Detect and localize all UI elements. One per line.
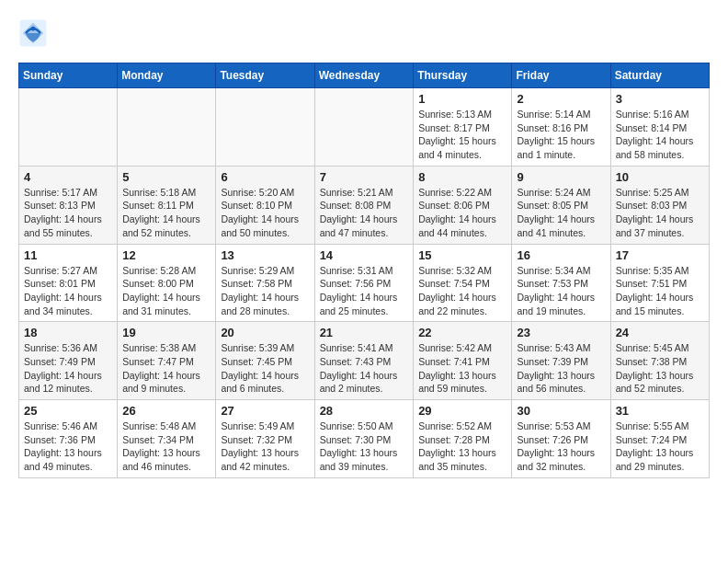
day-info: Sunrise: 5:21 AM Sunset: 8:08 PM Dayligh… — [320, 186, 409, 240]
day-number: 16 — [517, 248, 605, 262]
calendar-cell — [216, 88, 314, 167]
calendar-cell: 27Sunrise: 5:49 AM Sunset: 7:32 PM Dayli… — [216, 400, 314, 478]
calendar-cell: 8Sunrise: 5:22 AM Sunset: 8:06 PM Daylig… — [414, 166, 512, 244]
day-info: Sunrise: 5:46 AM Sunset: 7:36 PM Dayligh… — [24, 419, 112, 474]
calendar-cell: 10Sunrise: 5:25 AM Sunset: 8:03 PM Dayli… — [610, 166, 709, 244]
calendar-cell: 3Sunrise: 5:16 AM Sunset: 8:14 PM Daylig… — [610, 88, 709, 167]
day-info: Sunrise: 5:34 AM Sunset: 7:53 PM Dayligh… — [517, 264, 605, 318]
calendar-cell: 16Sunrise: 5:34 AM Sunset: 7:53 PM Dayli… — [512, 244, 610, 322]
day-header-sunday: Sunday — [19, 63, 118, 88]
day-info: Sunrise: 5:48 AM Sunset: 7:34 PM Dayligh… — [122, 419, 210, 474]
day-info: Sunrise: 5:20 AM Sunset: 8:10 PM Dayligh… — [221, 186, 309, 240]
day-number: 30 — [517, 404, 605, 418]
calendar-cell: 15Sunrise: 5:32 AM Sunset: 7:54 PM Dayli… — [414, 244, 512, 322]
calendar-week-1: 1Sunrise: 5:13 AM Sunset: 8:17 PM Daylig… — [19, 88, 710, 167]
calendar-week-4: 18Sunrise: 5:36 AM Sunset: 7:49 PM Dayli… — [19, 322, 710, 400]
calendar-cell: 4Sunrise: 5:17 AM Sunset: 8:13 PM Daylig… — [19, 166, 118, 244]
calendar-cell: 20Sunrise: 5:39 AM Sunset: 7:45 PM Dayli… — [216, 322, 314, 400]
calendar-cell: 29Sunrise: 5:52 AM Sunset: 7:28 PM Dayli… — [414, 400, 512, 478]
day-info: Sunrise: 5:28 AM Sunset: 8:00 PM Dayligh… — [122, 264, 210, 318]
day-number: 25 — [24, 404, 112, 418]
calendar-header: SundayMondayTuesdayWednesdayThursdayFrid… — [19, 63, 710, 88]
calendar-cell — [314, 88, 414, 167]
calendar-cell: 28Sunrise: 5:50 AM Sunset: 7:30 PM Dayli… — [314, 400, 414, 478]
day-header-friday: Friday — [512, 63, 610, 88]
day-number: 27 — [221, 404, 309, 418]
day-header-tuesday: Tuesday — [216, 63, 314, 88]
day-number: 9 — [517, 170, 605, 184]
day-info: Sunrise: 5:49 AM Sunset: 7:32 PM Dayligh… — [221, 419, 309, 474]
day-info: Sunrise: 5:14 AM Sunset: 8:16 PM Dayligh… — [517, 108, 605, 162]
calendar-cell: 24Sunrise: 5:45 AM Sunset: 7:38 PM Dayli… — [610, 322, 709, 400]
day-info: Sunrise: 5:27 AM Sunset: 8:01 PM Dayligh… — [24, 264, 112, 318]
calendar-cell: 12Sunrise: 5:28 AM Sunset: 8:00 PM Dayli… — [118, 244, 216, 322]
day-number: 10 — [616, 170, 704, 184]
day-info: Sunrise: 5:41 AM Sunset: 7:43 PM Dayligh… — [320, 341, 409, 396]
day-number: 7 — [320, 170, 409, 184]
day-info: Sunrise: 5:43 AM Sunset: 7:39 PM Dayligh… — [517, 341, 605, 396]
day-number: 31 — [616, 404, 704, 418]
day-number: 17 — [616, 248, 704, 262]
calendar-cell: 13Sunrise: 5:29 AM Sunset: 7:58 PM Dayli… — [216, 244, 314, 322]
svg-point-2 — [31, 27, 36, 31]
day-info: Sunrise: 5:55 AM Sunset: 7:24 PM Dayligh… — [616, 419, 704, 474]
calendar-table: SundayMondayTuesdayWednesdayThursdayFrid… — [18, 63, 710, 478]
day-number: 2 — [517, 92, 605, 106]
day-info: Sunrise: 5:38 AM Sunset: 7:47 PM Dayligh… — [122, 341, 210, 396]
calendar-cell: 1Sunrise: 5:13 AM Sunset: 8:17 PM Daylig… — [414, 88, 512, 167]
day-header-thursday: Thursday — [414, 63, 512, 88]
header-row: SundayMondayTuesdayWednesdayThursdayFrid… — [19, 63, 710, 88]
calendar-cell: 31Sunrise: 5:55 AM Sunset: 7:24 PM Dayli… — [610, 400, 709, 478]
day-number: 23 — [517, 326, 605, 339]
day-number: 20 — [221, 326, 309, 339]
day-number: 28 — [320, 404, 409, 418]
day-info: Sunrise: 5:25 AM Sunset: 8:03 PM Dayligh… — [616, 186, 704, 240]
day-header-saturday: Saturday — [610, 63, 709, 88]
calendar-cell: 19Sunrise: 5:38 AM Sunset: 7:47 PM Dayli… — [118, 322, 216, 400]
day-number: 24 — [616, 326, 704, 339]
day-number: 3 — [616, 92, 704, 106]
day-number: 4 — [24, 170, 112, 184]
calendar-cell: 7Sunrise: 5:21 AM Sunset: 8:08 PM Daylig… — [314, 166, 414, 244]
day-info: Sunrise: 5:36 AM Sunset: 7:49 PM Dayligh… — [24, 341, 112, 396]
calendar-body: 1Sunrise: 5:13 AM Sunset: 8:17 PM Daylig… — [19, 88, 710, 478]
day-header-wednesday: Wednesday — [314, 63, 414, 88]
calendar-cell: 14Sunrise: 5:31 AM Sunset: 7:56 PM Dayli… — [314, 244, 414, 322]
day-info: Sunrise: 5:53 AM Sunset: 7:26 PM Dayligh… — [517, 419, 605, 474]
day-info: Sunrise: 5:35 AM Sunset: 7:51 PM Dayligh… — [616, 264, 704, 318]
calendar-cell: 17Sunrise: 5:35 AM Sunset: 7:51 PM Dayli… — [610, 244, 709, 322]
day-info: Sunrise: 5:18 AM Sunset: 8:11 PM Dayligh… — [122, 186, 210, 240]
calendar-cell: 9Sunrise: 5:24 AM Sunset: 8:05 PM Daylig… — [512, 166, 610, 244]
logo — [18, 18, 53, 48]
calendar-cell: 5Sunrise: 5:18 AM Sunset: 8:11 PM Daylig… — [118, 166, 216, 244]
day-number: 14 — [320, 248, 409, 262]
day-number: 22 — [418, 326, 506, 339]
calendar-cell: 22Sunrise: 5:42 AM Sunset: 7:41 PM Dayli… — [414, 322, 512, 400]
day-info: Sunrise: 5:31 AM Sunset: 7:56 PM Dayligh… — [320, 264, 409, 318]
day-info: Sunrise: 5:24 AM Sunset: 8:05 PM Dayligh… — [517, 186, 605, 240]
calendar-week-2: 4Sunrise: 5:17 AM Sunset: 8:13 PM Daylig… — [19, 166, 710, 244]
day-info: Sunrise: 5:52 AM Sunset: 7:28 PM Dayligh… — [418, 419, 506, 474]
day-info: Sunrise: 5:13 AM Sunset: 8:17 PM Dayligh… — [418, 108, 506, 162]
calendar-week-5: 25Sunrise: 5:46 AM Sunset: 7:36 PM Dayli… — [19, 400, 710, 478]
day-info: Sunrise: 5:42 AM Sunset: 7:41 PM Dayligh… — [418, 341, 506, 396]
day-number: 18 — [24, 326, 112, 339]
calendar-cell: 2Sunrise: 5:14 AM Sunset: 8:16 PM Daylig… — [512, 88, 610, 167]
day-number: 11 — [24, 248, 112, 262]
day-info: Sunrise: 5:16 AM Sunset: 8:14 PM Dayligh… — [616, 108, 704, 162]
calendar-cell — [118, 88, 216, 167]
day-number: 26 — [122, 404, 210, 418]
day-number: 29 — [418, 404, 506, 418]
day-number: 12 — [122, 248, 210, 262]
calendar-cell: 26Sunrise: 5:48 AM Sunset: 7:34 PM Dayli… — [118, 400, 216, 478]
day-number: 8 — [418, 170, 506, 184]
day-info: Sunrise: 5:29 AM Sunset: 7:58 PM Dayligh… — [221, 264, 309, 318]
logo-icon — [18, 18, 48, 48]
day-number: 6 — [221, 170, 309, 184]
day-info: Sunrise: 5:17 AM Sunset: 8:13 PM Dayligh… — [24, 186, 112, 240]
calendar-cell — [19, 88, 118, 167]
day-header-monday: Monday — [118, 63, 216, 88]
day-number: 1 — [418, 92, 506, 106]
calendar-cell: 23Sunrise: 5:43 AM Sunset: 7:39 PM Dayli… — [512, 322, 610, 400]
calendar-cell: 18Sunrise: 5:36 AM Sunset: 7:49 PM Dayli… — [19, 322, 118, 400]
